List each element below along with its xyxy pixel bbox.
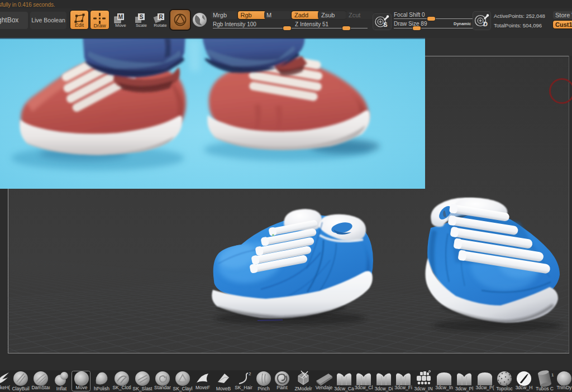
svg-text:M: M xyxy=(118,14,123,20)
svg-text:1: 1 xyxy=(551,372,554,377)
svg-text:Edit: Edit xyxy=(75,22,84,28)
svg-text:Draw: Draw xyxy=(93,22,106,28)
svg-text:R: R xyxy=(159,14,163,20)
svg-text:2: 2 xyxy=(249,371,251,376)
svg-text:D: D xyxy=(483,21,488,27)
svg-text:S: S xyxy=(140,14,144,20)
svg-text:S: S xyxy=(383,21,387,28)
